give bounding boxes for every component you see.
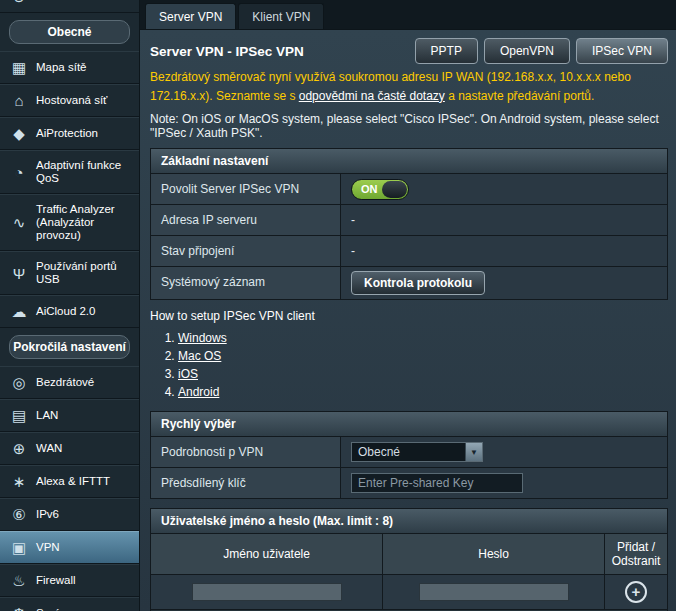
- sidebar-item-qos[interactable]: ◔ Adaptivní funkce QoS: [0, 150, 139, 194]
- howto-list: Windows Mac OS iOS Android: [178, 329, 668, 401]
- row-label: Adresa IP serveru: [151, 205, 341, 235]
- plus-icon: +: [632, 584, 641, 599]
- vpn-tabbar: Server VPN Klient VPN: [140, 0, 676, 30]
- sidebar-item-label: Mapa sítě: [36, 61, 87, 74]
- user-table-header: Uživatelské jméno a heslo (Max. limit : …: [151, 509, 667, 534]
- quick-select-header: Rychlý výběr: [151, 412, 667, 437]
- sidebar-item-guest-network[interactable]: ⌂ Hostovaná síť: [0, 84, 139, 117]
- add-remove-cell: +: [605, 575, 667, 609]
- sidebar-section-advanced: Pokročilá nastavení: [9, 335, 130, 359]
- alexa-icon: ∗: [9, 474, 29, 489]
- sidebar-item-network-map[interactable]: ▦ Mapa sítě: [0, 51, 139, 84]
- wan-icon: ⊕: [9, 441, 29, 456]
- ipsec-enable-toggle[interactable]: ON: [351, 179, 409, 200]
- sidebar-item-label: WAN: [36, 442, 62, 455]
- column-header-add-remove: Přidat / Odstranit: [605, 534, 667, 574]
- sidebar-item-ipv6[interactable]: ⑥ IPv6: [0, 498, 139, 531]
- server-ip-value: -: [341, 205, 667, 235]
- pre-shared-key-input[interactable]: [351, 473, 523, 493]
- sidebar-item-internet[interactable]: ⊛ Internetu: [0, 0, 139, 13]
- connection-status-value: -: [341, 236, 667, 266]
- usb-icon: Ψ: [9, 266, 29, 281]
- sidebar-item-label: Adaptivní funkce QoS: [36, 159, 135, 185]
- sidebar-item-alexa-ifttt[interactable]: ∗ Alexa & IFTTT: [0, 465, 139, 498]
- windows-guide-link[interactable]: Windows: [178, 331, 227, 345]
- row-label: Systémový záznam: [151, 267, 341, 299]
- check-log-button[interactable]: Kontrola protokolu: [351, 271, 485, 295]
- sidebar-item-lan[interactable]: ▤ LAN: [0, 399, 139, 432]
- row-value: Kontrola protokolu: [341, 267, 667, 299]
- password-cell: [383, 575, 605, 609]
- network-map-icon: ▦: [9, 60, 29, 75]
- list-item: iOS: [178, 365, 668, 383]
- sidebar: ⊛ Internetu Obecné ▦ Mapa sítě ⌂ Hostova…: [0, 0, 140, 611]
- sidebar-item-label: LAN: [36, 409, 58, 422]
- main-area: Server VPN Klient VPN Server VPN - IPSec…: [140, 0, 676, 611]
- row-label: Předsdílený klíč: [151, 468, 341, 498]
- sidebar-item-label: AiProtection: [36, 127, 98, 140]
- column-header-username: Jméno uživatele: [151, 534, 383, 574]
- basic-settings-table: Základní nastavení Povolit Server IPSec …: [150, 148, 668, 300]
- sidebar-item-label: Používání portů USB: [36, 260, 135, 286]
- tab-klient-vpn[interactable]: Klient VPN: [238, 3, 324, 29]
- add-user-button[interactable]: +: [625, 581, 647, 603]
- toggle-state-label: ON: [352, 183, 378, 195]
- username-input[interactable]: [192, 583, 342, 601]
- basic-settings-header: Základní nastavení: [151, 149, 667, 174]
- howto-title: How to setup IPSec VPN client: [150, 309, 668, 323]
- user-credentials-table: Uživatelské jméno a heslo (Max. limit : …: [150, 508, 668, 611]
- sidebar-item-aiprotection[interactable]: ◆ AiProtection: [0, 117, 139, 150]
- sidebar-item-firewall[interactable]: ♨ Firewall: [0, 564, 139, 597]
- shield-icon: ◆: [9, 126, 29, 141]
- ipv6-icon: ⑥: [9, 507, 29, 522]
- sidebar-item-label: VPN: [36, 541, 60, 554]
- sidebar-item-label: Hostovaná síť: [36, 94, 107, 107]
- sidebar-item-label: IPv6: [36, 508, 59, 521]
- warning-text: a nastavte předávání portů.: [445, 89, 594, 103]
- sidebar-item-wan[interactable]: ⊕ WAN: [0, 432, 139, 465]
- ipsec-vpn-button[interactable]: IPSec VPN: [576, 38, 668, 64]
- guest-network-icon: ⌂: [9, 93, 29, 108]
- sidebar-item-label: Internetu: [36, 0, 81, 3]
- table-row: Podrobnosti p VPN Obecné ▼: [151, 437, 667, 468]
- platform-note: Note: On iOS or MacOS system, please sel…: [150, 112, 668, 140]
- select-value: Obecné: [352, 443, 465, 461]
- openvpn-button[interactable]: OpenVPN: [484, 38, 570, 64]
- title-row: Server VPN - IPSec VPN PPTP OpenVPN IPSe…: [150, 38, 668, 64]
- sidebar-item-traffic-analyzer[interactable]: ∿ Traffic Analyzer (Analyzátor provozu): [0, 194, 139, 251]
- android-guide-link[interactable]: Android: [178, 385, 219, 399]
- list-item: Mac OS: [178, 347, 668, 365]
- chevron-down-icon: ▼: [465, 443, 482, 461]
- table-row: Systémový záznam Kontrola protokolu: [151, 267, 667, 299]
- toggle-knob: [382, 181, 407, 198]
- row-value: [341, 468, 667, 498]
- gear-icon: ☸: [9, 606, 29, 611]
- internet-icon: ⊛: [9, 0, 29, 4]
- macos-guide-link[interactable]: Mac OS: [178, 349, 221, 363]
- table-row: Stav připojení -: [151, 236, 667, 267]
- sidebar-item-label: Správa: [36, 607, 72, 611]
- faq-link[interactable]: odpovědmi na časté dotazy: [299, 89, 445, 103]
- vpn-details-select[interactable]: Obecné ▼: [351, 442, 483, 462]
- password-input[interactable]: [419, 583, 569, 601]
- firewall-icon: ♨: [9, 573, 29, 588]
- wireless-icon: ◎: [9, 375, 29, 390]
- sidebar-section-general: Obecné: [9, 20, 130, 44]
- sidebar-item-administration[interactable]: ☸ Správa: [0, 597, 139, 611]
- pptp-button[interactable]: PPTP: [415, 38, 478, 64]
- sidebar-item-vpn[interactable]: ▣ VPN: [0, 531, 139, 564]
- sidebar-item-label: Alexa & IFTTT: [36, 475, 110, 488]
- qos-icon: ◔: [9, 165, 29, 180]
- sidebar-item-label: Bezdrátové: [36, 376, 94, 389]
- sidebar-item-usb[interactable]: Ψ Používání portů USB: [0, 251, 139, 295]
- row-label: Povolit Server IPSec VPN: [151, 174, 341, 204]
- table-row: Předsdílený klíč: [151, 468, 667, 498]
- vpn-type-buttons: PPTP OpenVPN IPSec VPN: [415, 38, 668, 64]
- username-cell: [151, 575, 383, 609]
- row-label: Podrobnosti p VPN: [151, 437, 341, 467]
- ios-guide-link[interactable]: iOS: [178, 367, 198, 381]
- tab-server-vpn[interactable]: Server VPN: [145, 3, 236, 29]
- sidebar-item-wireless[interactable]: ◎ Bezdrátové: [0, 366, 139, 399]
- user-table-column-headers: Jméno uživatele Heslo Přidat / Odstranit: [151, 534, 667, 575]
- sidebar-item-aicloud[interactable]: ☁ AiCloud 2.0: [0, 295, 139, 328]
